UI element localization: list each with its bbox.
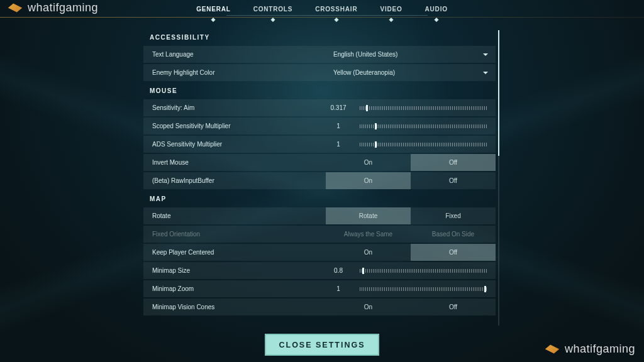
watermark-text: whatifgaming bbox=[565, 343, 635, 356]
tab-general[interactable]: GENERAL bbox=[196, 4, 231, 14]
toggle-opt-based-on-side: Based On Side bbox=[411, 226, 496, 243]
row-fixed-orientation: Fixed Orientation Always the Same Based … bbox=[143, 226, 496, 243]
slider-value-minimap-size: 0.8 bbox=[326, 267, 351, 274]
slider-value-scoped-mult: 1 bbox=[326, 123, 351, 129]
tab-video[interactable]: VIDEO bbox=[380, 4, 402, 14]
toggle-opt-on[interactable]: On bbox=[326, 172, 411, 189]
row-scoped-mult: Scoped Sensitivity Multiplier 1 bbox=[143, 118, 496, 134]
dropdown-value: English (United States) bbox=[333, 51, 397, 58]
slider-minimap-zoom[interactable] bbox=[360, 287, 487, 291]
row-minimap-vision-cones: Minimap Vision Cones On Off bbox=[143, 299, 496, 315]
section-title-accessibility: ACCESSIBILITY bbox=[143, 30, 496, 46]
toggle-opt-fixed[interactable]: Fixed bbox=[411, 207, 496, 224]
chevron-down-icon bbox=[483, 72, 488, 74]
slider-ads-mult[interactable] bbox=[360, 143, 487, 146]
label-fixed-orientation: Fixed Orientation bbox=[143, 231, 326, 238]
label-sensitivity-aim: Sensitivity: Aim bbox=[143, 104, 326, 111]
label-minimap-zoom: Minimap Zoom bbox=[143, 285, 326, 292]
settings-panel: ACCESSIBILITY Text Language English (Uni… bbox=[143, 30, 496, 326]
slider-value-ads-mult: 1 bbox=[326, 141, 351, 148]
toggle-opt-off[interactable]: Off bbox=[411, 154, 496, 171]
label-keep-centered: Keep Player Centered bbox=[143, 249, 326, 256]
tab-crosshair[interactable]: CROSSHAIR bbox=[315, 4, 357, 14]
section-map: MAP Rotate Rotate Fixed Fixed Orientatio… bbox=[143, 192, 496, 315]
tab-controls[interactable]: CONTROLS bbox=[253, 4, 293, 14]
label-invert-mouse: Invert Mouse bbox=[143, 159, 326, 166]
dropdown-value: Yellow (Deuteranopia) bbox=[333, 69, 395, 76]
label-minimap-vision-cones: Minimap Vision Cones bbox=[143, 304, 326, 310]
label-minimap-size: Minimap Size bbox=[143, 267, 326, 274]
watermark-icon bbox=[543, 343, 561, 356]
slider-value-sens-aim: 0.317 bbox=[326, 104, 351, 111]
section-title-mouse: MOUSE bbox=[143, 84, 496, 99]
toggle-opt-on[interactable]: On bbox=[326, 244, 411, 261]
toggle-minimap-vision-cones[interactable]: On Off bbox=[326, 299, 496, 315]
row-keep-centered: Keep Player Centered On Off bbox=[143, 244, 496, 261]
toggle-raw-input[interactable]: On Off bbox=[326, 172, 496, 189]
toggle-opt-off[interactable]: Off bbox=[411, 172, 496, 189]
row-raw-input: (Beta) RawInputBuffer On Off bbox=[143, 172, 496, 189]
row-text-language: Text Language English (United States) bbox=[143, 46, 496, 63]
tab-bar: GENERAL CONTROLS CROSSHAIR VIDEO AUDIO bbox=[0, 4, 644, 14]
toggle-opt-on[interactable]: On bbox=[326, 299, 411, 315]
section-mouse: MOUSE Sensitivity: Aim 0.317 Scoped Sens… bbox=[143, 84, 496, 189]
tab-audio[interactable]: AUDIO bbox=[425, 4, 448, 14]
toggle-opt-rotate[interactable]: Rotate bbox=[326, 207, 411, 224]
row-minimap-size: Minimap Size 0.8 bbox=[143, 262, 496, 279]
label-scoped-mult: Scoped Sensitivity Multiplier bbox=[143, 123, 326, 129]
row-rotate: Rotate Rotate Fixed bbox=[143, 207, 496, 224]
slider-sens-aim[interactable] bbox=[360, 106, 487, 110]
tabs-underline bbox=[226, 15, 428, 16]
chevron-down-icon bbox=[483, 53, 488, 56]
label-ads-mult: ADS Sensitivity Multiplier bbox=[143, 141, 326, 148]
label-raw-input: (Beta) RawInputBuffer bbox=[143, 177, 326, 184]
slider-scoped-mult[interactable] bbox=[360, 124, 487, 128]
label-enemy-highlight: Enemy Highlight Color bbox=[143, 69, 326, 76]
toggle-rotate[interactable]: Rotate Fixed bbox=[326, 207, 496, 224]
row-sensitivity-aim: Sensitivity: Aim 0.317 bbox=[143, 99, 496, 116]
toggle-invert-mouse[interactable]: On Off bbox=[326, 154, 496, 171]
section-accessibility: ACCESSIBILITY Text Language English (Uni… bbox=[143, 30, 496, 81]
label-text-language: Text Language bbox=[143, 51, 326, 58]
dropdown-text-language[interactable]: English (United States) bbox=[326, 51, 496, 58]
row-ads-mult: ADS Sensitivity Multiplier 1 bbox=[143, 136, 496, 153]
row-minimap-zoom: Minimap Zoom 1 bbox=[143, 280, 496, 297]
slider-minimap-size[interactable] bbox=[360, 269, 487, 273]
toggle-opt-always: Always the Same bbox=[326, 226, 411, 243]
toggle-fixed-orientation: Always the Same Based On Side bbox=[326, 226, 496, 243]
scrollbar-thumb[interactable] bbox=[498, 30, 499, 156]
label-rotate: Rotate bbox=[143, 212, 326, 219]
toggle-keep-centered[interactable]: On Off bbox=[326, 244, 496, 261]
panel-scrollbar[interactable] bbox=[498, 30, 499, 326]
header-divider bbox=[0, 17, 644, 18]
close-settings-button[interactable]: CLOSE SETTINGS bbox=[265, 334, 379, 356]
slider-value-minimap-zoom: 1 bbox=[326, 285, 351, 292]
toggle-opt-off[interactable]: Off bbox=[411, 299, 496, 315]
section-title-map: MAP bbox=[143, 192, 496, 207]
row-invert-mouse: Invert Mouse On Off bbox=[143, 154, 496, 171]
toggle-opt-off[interactable]: Off bbox=[411, 244, 496, 261]
toggle-opt-on[interactable]: On bbox=[326, 154, 411, 171]
row-enemy-highlight: Enemy Highlight Color Yellow (Deuteranop… bbox=[143, 64, 496, 81]
watermark-bottom-right: whatifgaming bbox=[543, 343, 635, 356]
dropdown-enemy-highlight[interactable]: Yellow (Deuteranopia) bbox=[326, 69, 496, 76]
